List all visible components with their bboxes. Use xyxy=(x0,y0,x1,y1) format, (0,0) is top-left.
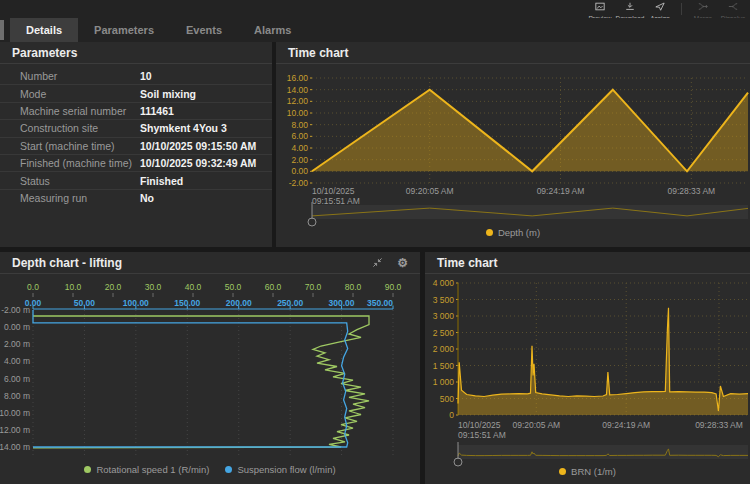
rotational-speed-series-dot xyxy=(84,466,91,473)
svg-text:30.0: 30.0 xyxy=(145,282,162,292)
svg-text:4.00: 4.00 xyxy=(291,143,308,153)
svg-text:80.0: 80.0 xyxy=(345,282,362,292)
time-chart-depth-title: Time chart xyxy=(288,46,348,60)
svg-text:10.00: 10.00 xyxy=(287,108,309,118)
svg-text:10/10/2025: 10/10/2025 xyxy=(312,186,355,196)
collapse-icon[interactable] xyxy=(372,257,383,268)
row-label: Measuring run xyxy=(20,192,140,204)
svg-text:12.00 m: 12.00 m xyxy=(0,425,30,435)
svg-text:70.0: 70.0 xyxy=(305,282,322,292)
preview-icon xyxy=(595,0,605,15)
merge-icon xyxy=(698,0,708,15)
row-label: Number xyxy=(20,70,140,82)
dissolve-button[interactable]: Dissolve xyxy=(718,0,748,18)
depth-chart-lifting-canvas[interactable]: 0.010.020.030.040.050.060.070.080.090.00… xyxy=(0,252,420,484)
tab-parameters[interactable]: Parameters xyxy=(78,18,170,42)
row-label: Finished (machine time) xyxy=(20,157,140,169)
tab-events[interactable]: Events xyxy=(170,18,238,42)
svg-text:09:15:51 AM: 09:15:51 AM xyxy=(312,196,360,206)
suspension-flow-series-label: Suspension flow (l/min) xyxy=(237,464,335,475)
gear-icon[interactable]: ⚙ xyxy=(397,257,408,269)
dissolve-icon xyxy=(728,0,738,15)
toolbar-separator xyxy=(681,3,682,15)
parameters-panel-title: Parameters xyxy=(0,42,272,64)
legend-item-depth[interactable]: Depth (m) xyxy=(486,227,540,238)
download-icon xyxy=(625,0,635,15)
tab-events-label: Events xyxy=(186,24,222,36)
table-row: StatusFinished xyxy=(0,172,272,189)
row-value: Soil mixing xyxy=(140,88,196,100)
svg-text:1 500: 1 500 xyxy=(433,361,455,371)
tab-alarms[interactable]: Alarms xyxy=(238,18,307,42)
preview-button[interactable]: Preview xyxy=(585,0,615,18)
svg-text:500: 500 xyxy=(440,394,454,404)
suspension-flow-series-dot xyxy=(225,466,232,473)
svg-text:4 000: 4 000 xyxy=(433,278,455,288)
time-chart-depth-canvas[interactable]: 16.0014.0012.0010.008.006.004.002.000.00… xyxy=(276,42,750,247)
svg-text:60.0: 60.0 xyxy=(265,282,282,292)
svg-text:14.00: 14.00 xyxy=(287,85,309,95)
svg-text:09:20:05 AM: 09:20:05 AM xyxy=(512,420,560,430)
merge-button[interactable]: Merge xyxy=(688,0,718,18)
tab-parameters-label: Parameters xyxy=(94,24,154,36)
svg-text:2 000: 2 000 xyxy=(433,344,455,354)
row-label: Mode xyxy=(20,88,140,100)
row-label: Construction site xyxy=(20,122,140,134)
svg-text:-2.00 m: -2.00 m xyxy=(1,305,30,315)
table-row: Number10 xyxy=(0,68,272,85)
download-button[interactable]: Download xyxy=(615,0,645,18)
time-chart-brn-canvas[interactable]: 4 0003 5003 0002 5002 0001 5001 00050001… xyxy=(425,252,750,484)
time-chart-depth-panel: Time chart 16.0014.0012.0010.008.006.004… xyxy=(276,42,750,247)
row-value: No xyxy=(140,192,154,204)
tab-details[interactable]: Details xyxy=(10,18,78,42)
table-row: Machine serial number111461 xyxy=(0,103,272,120)
parameters-panel: Parameters Number10 ModeSoil mixing Mach… xyxy=(0,42,272,247)
panel-resize-notch[interactable] xyxy=(0,20,4,40)
assign-icon xyxy=(655,0,665,15)
rotational-speed-series-label: Rotational speed 1 (R/min) xyxy=(96,464,209,475)
svg-text:1 000: 1 000 xyxy=(433,377,455,387)
svg-text:2 500: 2 500 xyxy=(433,328,455,338)
brn-series-label: BRN (1/m) xyxy=(571,466,616,477)
row-label: Machine serial number xyxy=(20,105,140,117)
svg-text:09:24:19 AM: 09:24:19 AM xyxy=(602,420,650,430)
brn-series-dot xyxy=(559,468,566,475)
parameters-table: Number10 ModeSoil mixing Machine serial … xyxy=(0,68,272,207)
row-label: Start (machine time) xyxy=(20,140,140,152)
table-row: Start (machine time)10/10/2025 09:15:50 … xyxy=(0,138,272,155)
svg-text:20.0: 20.0 xyxy=(105,282,122,292)
svg-text:09:24:19 AM: 09:24:19 AM xyxy=(537,186,585,196)
svg-text:0: 0 xyxy=(449,410,454,420)
row-value: Finished xyxy=(140,175,183,187)
assign-button[interactable]: Assign xyxy=(645,0,675,18)
table-row: Measuring runNo xyxy=(0,190,272,207)
legend-item-brn[interactable]: BRN (1/m) xyxy=(559,466,616,477)
svg-text:3 500: 3 500 xyxy=(433,295,455,305)
row-label: Status xyxy=(20,175,140,187)
svg-text:09:20:05 AM: 09:20:05 AM xyxy=(406,186,454,196)
svg-text:09:15:51 AM: 09:15:51 AM xyxy=(458,430,506,440)
svg-text:50.0: 50.0 xyxy=(225,282,242,292)
table-row: Construction siteShymkent 4You 3 xyxy=(0,120,272,137)
svg-text:10.0: 10.0 xyxy=(65,282,82,292)
legend-item-suspension-flow[interactable]: Suspension flow (l/min) xyxy=(225,464,335,475)
table-row: ModeSoil mixing xyxy=(0,85,272,102)
row-value: 10 xyxy=(140,70,152,82)
svg-text:09:28:33 AM: 09:28:33 AM xyxy=(667,186,715,196)
top-toolbar: Preview Download Assign Merge Dissolve xyxy=(0,0,750,18)
time-chart-brn-legend: BRN (1/m) xyxy=(425,466,750,477)
legend-item-rotational-speed[interactable]: Rotational speed 1 (R/min) xyxy=(84,464,209,475)
svg-text:2.00: 2.00 xyxy=(291,155,308,165)
depth-chart-lifting-title: Depth chart - lifting xyxy=(12,256,122,270)
tab-alarms-label: Alarms xyxy=(254,24,291,36)
svg-text:2.00 m: 2.00 m xyxy=(4,339,30,349)
svg-text:0.0: 0.0 xyxy=(27,282,39,292)
app-root: Preview Download Assign Merge Dissolve xyxy=(0,0,750,484)
svg-text:350.00: 350.00 xyxy=(367,298,393,308)
time-chart-brn-panel: Time chart 4 0003 5003 0002 5002 0001 50… xyxy=(425,252,750,484)
svg-text:4.00 m: 4.00 m xyxy=(4,356,30,366)
time-chart-brn-title: Time chart xyxy=(437,256,497,270)
svg-text:16.00: 16.00 xyxy=(287,73,309,83)
svg-text:3 000: 3 000 xyxy=(433,311,455,321)
depth-chart-lifting-panel: Depth chart - lifting ⚙ 0.010.020.030.04… xyxy=(0,252,420,484)
